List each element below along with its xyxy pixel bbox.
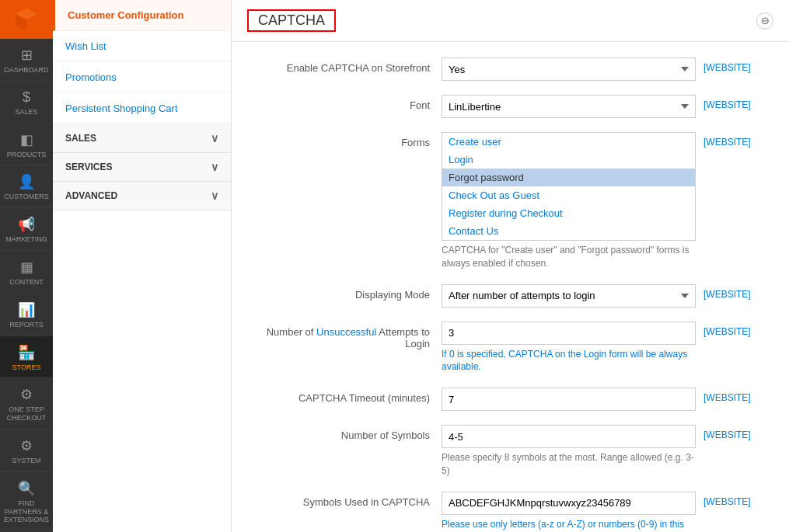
close-button[interactable]: ⊖ — [756, 12, 773, 30]
enable-captcha-row: Enable CAPTCHA on Storefront Yes No [WEB… — [255, 57, 766, 81]
main-content: CAPTCHA ⊖ Enable CAPTCHA on Storefront Y… — [232, 0, 789, 532]
nav-section-sales[interactable]: SALES ∨ — [53, 124, 231, 153]
sidebar-item-sales[interactable]: $ SALES — [0, 82, 53, 123]
enable-captcha-scope: [WEBSITE] — [703, 57, 766, 73]
timeout-scope: [WEBSITE] — [703, 388, 766, 403]
symbols-used-row: Symbols Used in CAPTCHA Please use only … — [255, 492, 766, 532]
sidebar-item-label: FIND PARTNERS & EXTENSIONS — [3, 499, 50, 524]
system-icon: ⚙ — [20, 437, 33, 454]
enable-captcha-select[interactable]: Yes No — [442, 57, 696, 81]
unsuccessful-attempts-row: Number of Unsuccessful Attempts to Login… — [255, 322, 766, 374]
sidebar-item-marketing[interactable]: 📢 MARKETING — [0, 208, 53, 251]
forms-label: Forms — [255, 132, 442, 148]
sidebar-item-system[interactable]: ⚙ SYSTEM — [0, 429, 53, 472]
forms-listbox[interactable]: Create user Login Forgot password Check … — [442, 132, 696, 241]
symbols-count-hint: Please specify 8 symbols at the most. Ra… — [442, 451, 696, 478]
content-icon: ▦ — [20, 259, 33, 276]
page-title-bar: CAPTCHA ⊖ — [232, 0, 789, 42]
unsuccessful-attempts-input[interactable] — [442, 322, 696, 345]
forms-scope: [WEBSITE] — [703, 132, 766, 148]
form-body: Enable CAPTCHA on Storefront Yes No [WEB… — [232, 42, 789, 532]
forms-control: Create user Login Forgot password Check … — [442, 132, 696, 270]
forms-row: Forms Create user Login Forgot password … — [255, 132, 766, 270]
onestep-icon: ⚙ — [20, 386, 33, 403]
unsuccessful-attempts-control: If 0 is specified, CAPTCHA on the Login … — [442, 322, 696, 374]
symbols-count-control: Please specify 8 symbols at the most. Ra… — [442, 425, 696, 478]
stores-icon: 🏪 — [18, 344, 35, 361]
listbox-item-forgot-password[interactable]: Forgot password — [442, 169, 695, 186]
sidebar-item-reports[interactable]: 📊 REPORTS — [0, 294, 53, 336]
sidebar-item-label: PRODUCTS — [7, 151, 47, 159]
enable-captcha-control: Yes No — [442, 57, 696, 81]
sidebar-item-label: DASHBOARD — [4, 66, 48, 75]
nav-item-promotions[interactable]: Promotions — [53, 62, 231, 93]
sidebar-item-onestep[interactable]: ⚙ ONE STEP CHECKOUT — [0, 378, 53, 429]
chevron-down-icon: ∨ — [211, 132, 218, 144]
font-scope: [WEBSITE] — [703, 95, 766, 110]
listbox-item-login[interactable]: Login — [442, 151, 695, 169]
displaying-mode-row: Displaying Mode After number of attempts… — [255, 284, 766, 308]
nav-panel: Customer Configuration Wish List Promoti… — [53, 0, 232, 532]
listbox-item-create-user[interactable]: Create user — [442, 133, 695, 151]
listbox-item-checkout-guest[interactable]: Check Out as Guest — [442, 186, 695, 204]
products-icon: ◧ — [20, 131, 33, 148]
nav-section-services[interactable]: SERVICES ∨ — [53, 153, 231, 182]
dashboard-icon: ⊞ — [21, 47, 33, 64]
sidebar-item-partners[interactable]: 🔍 FIND PARTNERS & EXTENSIONS — [0, 472, 53, 531]
symbols-count-input[interactable] — [442, 425, 696, 448]
sidebar-item-label: SALES — [15, 108, 37, 116]
enable-captcha-label: Enable CAPTCHA on Storefront — [255, 57, 442, 74]
font-control: LinLibertine — [442, 95, 696, 118]
forms-hint: CAPTCHA for "Create user" and "Forgot pa… — [442, 244, 696, 270]
unsuccessful-attempts-hint: If 0 is specified, CAPTCHA on the Login … — [442, 348, 696, 374]
sidebar-item-label: MARKETING — [5, 235, 47, 244]
timeout-control — [442, 388, 696, 411]
partners-icon: 🔍 — [18, 480, 35, 497]
timeout-input[interactable] — [442, 388, 696, 411]
sidebar-item-products[interactable]: ◧ PRODUCTS — [0, 123, 53, 166]
displaying-mode-select[interactable]: After number of attempts to login Always — [442, 284, 696, 308]
displaying-mode-label: Displaying Mode — [255, 284, 442, 301]
chevron-down-icon: ∨ — [211, 161, 218, 173]
nav-section-advanced[interactable]: ADVANCED ∨ — [53, 182, 231, 210]
sidebar-item-customers[interactable]: 👤 CUSTOMERS — [0, 165, 53, 208]
symbols-used-input[interactable] — [442, 492, 696, 515]
sidebar-item-label: STORES — [12, 363, 41, 372]
symbols-count-label: Number of Symbols — [255, 425, 442, 441]
page-title: CAPTCHA — [247, 9, 336, 32]
marketing-icon: 📢 — [18, 216, 35, 233]
listbox-item-register-checkout[interactable]: Register during Checkout — [442, 204, 695, 222]
timeout-row: CAPTCHA Timeout (minutes) [WEBSITE] — [255, 388, 766, 411]
sidebar-item-stores[interactable]: 🏪 STORES — [0, 336, 53, 379]
sidebar: ⊞ DASHBOARD $ SALES ◧ PRODUCTS 👤 CUSTOME… — [0, 0, 53, 532]
listbox-item-contact-us[interactable]: Contact Us — [442, 222, 695, 240]
sidebar-item-label: CONTENT — [9, 278, 44, 287]
nav-item-customer-config[interactable]: Customer Configuration — [53, 0, 231, 31]
sidebar-item-label: SYSTEM — [12, 457, 40, 465]
font-select[interactable]: LinLibertine — [442, 95, 696, 118]
sidebar-item-content[interactable]: ▦ CONTENT — [0, 251, 53, 294]
sales-icon: $ — [23, 89, 30, 106]
symbols-used-label: Symbols Used in CAPTCHA — [255, 492, 442, 508]
symbols-used-scope: [WEBSITE] — [703, 492, 766, 507]
symbols-count-row: Number of Symbols Please specify 8 symbo… — [255, 425, 766, 478]
chevron-down-icon: ∨ — [211, 190, 218, 202]
unsuccessful-scope: [WEBSITE] — [703, 322, 766, 337]
symbols-used-control: Please use only letters (a-z or A-Z) or … — [442, 492, 696, 532]
sidebar-item-label: ONE STEP CHECKOUT — [3, 405, 50, 422]
unsuccessful-attempts-label: Number of Unsuccessful Attempts to Login — [255, 322, 442, 349]
symbols-count-scope: [WEBSITE] — [703, 425, 766, 440]
sidebar-item-label: CUSTOMERS — [4, 193, 48, 201]
nav-item-persistent-cart[interactable]: Persistent Shopping Cart — [53, 93, 231, 124]
symbols-used-hint: Please use only letters (a-z or A-Z) or … — [442, 518, 696, 532]
nav-item-wish-list[interactable]: Wish List — [53, 31, 231, 62]
font-label: Font — [255, 95, 442, 111]
font-row: Font LinLibertine [WEBSITE] — [255, 95, 766, 118]
displaying-mode-scope: [WEBSITE] — [703, 284, 766, 300]
reports-icon: 📊 — [18, 301, 35, 318]
sidebar-item-dashboard[interactable]: ⊞ DASHBOARD — [0, 39, 53, 82]
timeout-label: CAPTCHA Timeout (minutes) — [255, 388, 442, 404]
customers-icon: 👤 — [18, 173, 35, 190]
displaying-mode-control: After number of attempts to login Always — [442, 284, 696, 308]
sidebar-item-label: REPORTS — [9, 321, 43, 329]
